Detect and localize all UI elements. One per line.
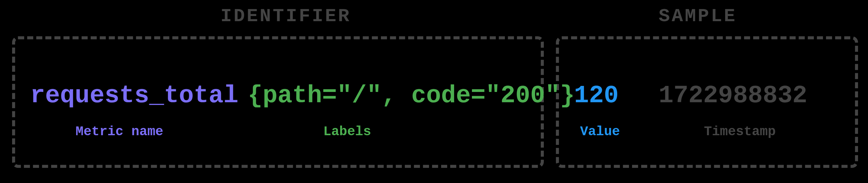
diagram-root: IDENTIFIER SAMPLE requests_total {path="… [0, 0, 868, 183]
metric-name: requests_total [30, 82, 238, 110]
caption-metric-name: Metric name [75, 124, 163, 139]
sample-value: 120 [574, 82, 619, 110]
sample-timestamp: 1722988832 [659, 82, 807, 110]
caption-labels: Labels [323, 124, 371, 139]
metric-labels: {path="/", code="200"} [248, 82, 575, 110]
caption-timestamp: Timestamp [704, 124, 776, 139]
section-title-sample: SAMPLE [650, 5, 746, 27]
caption-value: Value [580, 124, 620, 139]
section-title-identifier: IDENTIFIER [212, 5, 360, 27]
